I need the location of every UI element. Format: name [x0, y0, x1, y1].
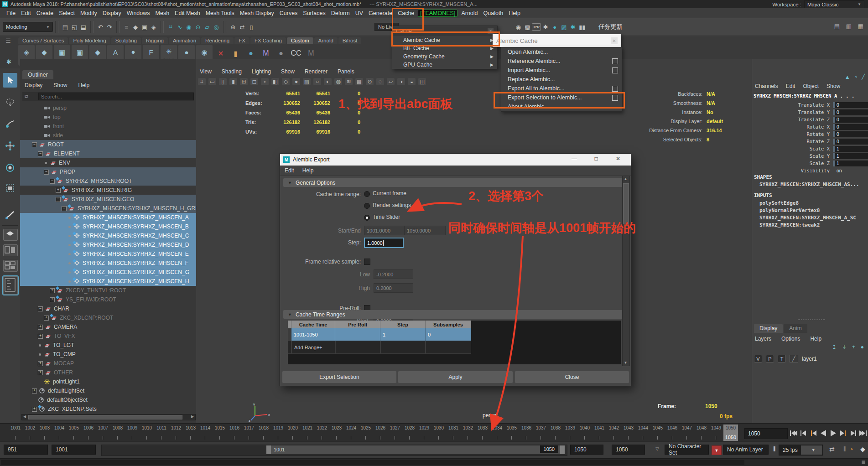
range-handle-left[interactable] [266, 445, 271, 454]
outliner-row[interactable]: +defaultLightSet [20, 386, 196, 395]
viewport-menu-renderer[interactable]: Renderer [305, 68, 327, 75]
close-button[interactable]: Close [515, 371, 629, 383]
layer-visibility-toggle[interactable]: V [754, 355, 762, 362]
channel-attribute-value[interactable]: 0 [833, 102, 868, 108]
symmetry-icon[interactable]: ▯ [247, 22, 256, 31]
sphere2-icon[interactable]: ● [274, 46, 288, 61]
radio-time-slider[interactable] [364, 215, 370, 221]
render-settings-icon[interactable]: ✱ [541, 22, 550, 31]
scrollbar-thumb[interactable] [28, 415, 182, 419]
expand-icon[interactable]: + [44, 316, 49, 321]
sphere-icon[interactable]: ● [244, 46, 258, 61]
save-scene-icon[interactable]: ⬓ [79, 22, 88, 31]
anim-layer-field[interactable]: No Anim Layer [723, 445, 769, 455]
input-node[interactable]: SYRHXZ_MHSCEN:tweak2 [759, 222, 868, 229]
menubar-item-edit-mesh[interactable]: Edit Mesh [172, 10, 203, 16]
outliner-row[interactable]: persp [20, 104, 196, 113]
field-chart-icon[interactable]: ⊞ [240, 78, 248, 85]
animation-start-field[interactable]: 951 [4, 445, 48, 455]
menubar-item-select[interactable]: Select [56, 10, 78, 16]
shelf-tab-custom[interactable]: Custom [287, 37, 313, 44]
viewport-menu-shading[interactable]: Shading [222, 68, 242, 75]
outliner-row[interactable]: SYRHXZ_MHSCEN:SYRHXZ_MHSCEN_A [20, 213, 196, 222]
table-cell[interactable] [380, 341, 426, 354]
channel-attribute-value[interactable]: 0 [833, 109, 868, 115]
cache-menu-item-bif-cache[interactable]: BIF Cache▶ [392, 44, 497, 52]
safe-title-icon[interactable]: ▫ [261, 78, 269, 85]
outliner-row[interactable]: SYRHXZ_MHSCEN:SYRHXZ_MHSCEN_F [20, 259, 196, 268]
menubar-item-file[interactable]: File [4, 10, 18, 16]
dialog-menu-edit[interactable]: Edit [285, 167, 294, 174]
scroll-up-icon[interactable]: ▲ [623, 177, 629, 181]
outliner-row[interactable]: +YS_EFUWJD:ROOT [20, 295, 196, 304]
viewport-menu-panels[interactable]: Panels [338, 68, 354, 75]
close-icon[interactable]: ✕ [488, 28, 494, 34]
alembic-menu-item-replace-alembic[interactable]: Replace Alembic... [501, 75, 622, 84]
menubar-item-surfaces[interactable]: Surfaces [300, 10, 328, 16]
filter-icon[interactable]: ⧉ [25, 93, 28, 99]
character-set-menu-icon[interactable]: ▽ [655, 446, 659, 451]
outliner-row[interactable]: −SYRHXZ_MHSCEN:GEO [20, 195, 196, 204]
layer-display-type-toggle[interactable]: T [778, 355, 786, 362]
select-tool-button[interactable] [3, 73, 17, 88]
expand-icon[interactable]: + [50, 297, 55, 302]
outliner-row[interactable]: −SYRHXZ_MHSCEN:SYRHXZ_MHSCEN_H_GRP [20, 204, 196, 213]
cache-menu-item-gpu-cache[interactable]: GPU Cache▶ [392, 61, 497, 69]
graph-icon[interactable]: ╱ [862, 74, 865, 80]
collapse-icon[interactable]: − [56, 197, 61, 202]
outliner-row[interactable]: +ZKCDY_THNTVL:ROOT [20, 286, 196, 295]
outliner-row[interactable]: SYRHXZ_MHSCEN:SYRHXZ_MHSCEN_E [20, 249, 196, 259]
outliner-menu-display[interactable]: Display [25, 82, 42, 88]
table-cell[interactable]: 0 [426, 328, 471, 341]
layout-outliner-persp-button[interactable] [3, 276, 18, 295]
snap-grid-icon[interactable]: ⌗ [166, 22, 175, 31]
undo-icon[interactable]: ↶ [96, 22, 105, 31]
shadows-icon[interactable]: ◐ [324, 78, 332, 85]
expand-icon[interactable]: + [50, 288, 55, 293]
layer-move-up-icon[interactable]: ↥ [832, 344, 837, 350]
layer-editor-tab-display[interactable]: Display [754, 324, 783, 333]
channel-attribute-value[interactable]: on [833, 168, 868, 174]
task-update-button[interactable]: 任务更新 [598, 23, 622, 31]
expand-icon[interactable]: + [38, 325, 43, 330]
shelf-tab-fx[interactable]: FX [234, 37, 249, 44]
outliner-row[interactable]: front [20, 122, 196, 131]
table-cell[interactable] [335, 328, 380, 341]
alembic-menu-item-export-selection-to-alembic[interactable]: Export Selection to Alembic... [501, 93, 622, 102]
go-to-start-button[interactable] [788, 427, 798, 439]
collapse-icon[interactable]: − [38, 306, 43, 311]
safe-action-icon[interactable]: ◻ [250, 78, 258, 85]
isolate-select-icon[interactable]: ◌ [376, 78, 384, 85]
outliner-row[interactable]: +SYRHXZ_MHSCEN:RIG [20, 186, 196, 195]
outliner-row[interactable]: SYRHXZ_MHSCEN:SYRHXZ_MHSCEN_G [20, 268, 196, 277]
snap-curve-icon[interactable]: ∿ [175, 22, 184, 31]
character-set-field[interactable]: No Character Set [665, 445, 709, 455]
shaded-icon[interactable]: ● [292, 78, 300, 85]
current-time-field[interactable]: 1050 [744, 428, 788, 439]
step-forward-key-button[interactable] [848, 427, 858, 439]
outliner-row[interactable]: +ZKC_XDLCNP:ROOT [20, 313, 196, 322]
delete-icon[interactable]: ✕ [214, 46, 228, 61]
loop-playback-icon[interactable]: ⇄ [829, 445, 835, 453]
shelf-tab-fx-caching[interactable]: FX Caching [250, 37, 286, 44]
layout-four-pane-button[interactable] [3, 260, 18, 272]
menubar-item-mesh-tools[interactable]: Mesh Tools [203, 10, 237, 16]
menubar-item-teamones[interactable]: [TEAMONES] [418, 10, 457, 17]
outliner-row[interactable]: −CHAR [20, 304, 196, 313]
attribute-editor-toggle-icon[interactable]: ▤ [832, 21, 842, 31]
table-row[interactable]: Add Range+ [288, 341, 621, 354]
select-mask-icon[interactable]: ◈ [149, 22, 158, 31]
option-box-icon[interactable] [612, 95, 618, 101]
channel-attribute-value[interactable]: 0 [833, 131, 868, 137]
channel-box-menu-show[interactable]: Show [826, 83, 840, 89]
command-input[interactable] [1, 460, 744, 465]
outliner-row[interactable]: SYRHXZ_MHSCEN:SYRHXZ_MHSCEN_B [20, 222, 196, 231]
table-row[interactable]: 1001-105010 [288, 328, 621, 341]
close-icon[interactable]: ✕ [611, 155, 625, 162]
cache-menu-item-geometry-cache[interactable]: Geometry Cache▶ [392, 52, 497, 61]
dialog-scrollbar[interactable]: ▲ ▼ [622, 176, 630, 366]
display-toggle-icon[interactable]: ▲ [845, 74, 850, 80]
grid-icon[interactable]: ⌗ [198, 78, 206, 85]
new-scene-icon[interactable]: ▤ [61, 22, 70, 31]
radio-current-frame[interactable] [364, 191, 370, 197]
